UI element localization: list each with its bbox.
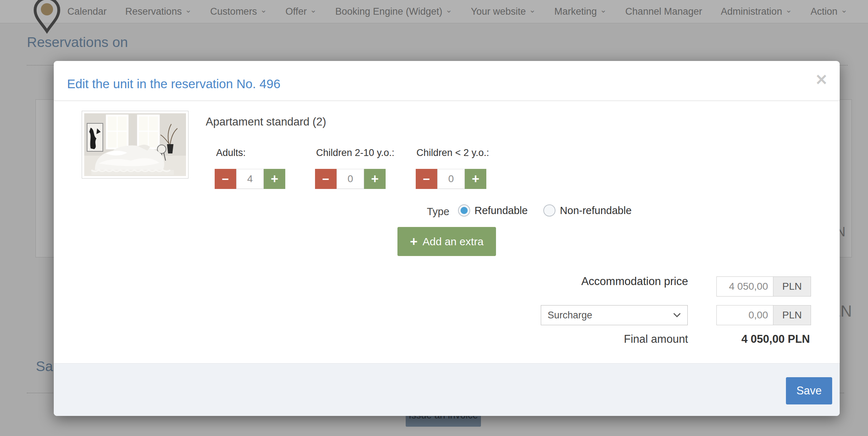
minus-icon[interactable]: − — [416, 169, 437, 189]
modal-footer: Save — [54, 363, 840, 416]
bedroom-photo — [84, 113, 186, 176]
surcharge-selected-option: Surcharge — [548, 310, 592, 321]
adults-stepper: − + — [215, 169, 285, 189]
radio-label: Refundable — [474, 205, 528, 217]
accommodation-price-label: Accommodation price — [516, 275, 688, 288]
radio-label: Non-refundable — [560, 205, 631, 217]
minus-icon[interactable]: − — [315, 169, 337, 189]
add-extra-label: Add an extra — [423, 236, 483, 248]
close-icon[interactable]: ✕ — [811, 69, 832, 90]
plus-icon[interactable]: + — [465, 169, 486, 189]
children-under-2-count-input[interactable] — [437, 169, 465, 189]
plus-icon[interactable]: + — [264, 169, 285, 189]
save-button[interactable]: Save — [786, 377, 832, 404]
radio-refundable[interactable]: Refundable — [458, 204, 528, 217]
room-thumbnail — [82, 111, 189, 179]
final-amount-label: Final amount — [516, 333, 688, 346]
surcharge-amount-group: PLN — [716, 305, 811, 325]
minus-icon[interactable]: − — [215, 169, 236, 189]
accommodation-price-input[interactable] — [717, 277, 773, 296]
surcharge-amount-input[interactable] — [717, 305, 773, 325]
children-under-2-stepper: − + — [416, 169, 486, 189]
radio-selected-icon — [458, 204, 470, 217]
currency-addon: PLN — [773, 277, 811, 296]
children-under-2-label: Children < 2 y.o.: — [416, 147, 489, 158]
modal-title: Edit the unit in the reservation No. 496 — [67, 77, 280, 91]
final-amount-value: 4 050,00 PLN — [667, 333, 810, 346]
children-2-10-count-input[interactable] — [337, 169, 364, 189]
type-label: Type — [427, 206, 449, 218]
unit-name: Apartament standard (2) — [206, 115, 326, 128]
radio-unselected-icon — [543, 204, 555, 217]
currency-addon: PLN — [773, 305, 811, 325]
modal-header-divider — [54, 100, 840, 101]
children-2-10-label: Children 2-10 y.o.: — [316, 147, 395, 158]
rate-type-options: Refundable Non-refundable — [458, 204, 631, 217]
surcharge-select[interactable]: Surcharge — [541, 305, 688, 325]
adults-count-input[interactable] — [236, 169, 264, 189]
children-2-10-stepper: − + — [315, 169, 386, 189]
adults-label: Adults: — [216, 147, 246, 158]
radio-non-refundable[interactable]: Non-refundable — [543, 204, 631, 217]
plus-icon[interactable]: + — [364, 169, 386, 189]
edit-unit-modal: Edit the unit in the reservation No. 496… — [54, 61, 840, 416]
chevron-down-icon — [673, 313, 681, 318]
plus-icon: + — [410, 234, 418, 249]
accommodation-price-group: PLN — [716, 276, 811, 297]
add-extra-button[interactable]: + Add an extra — [397, 227, 496, 256]
